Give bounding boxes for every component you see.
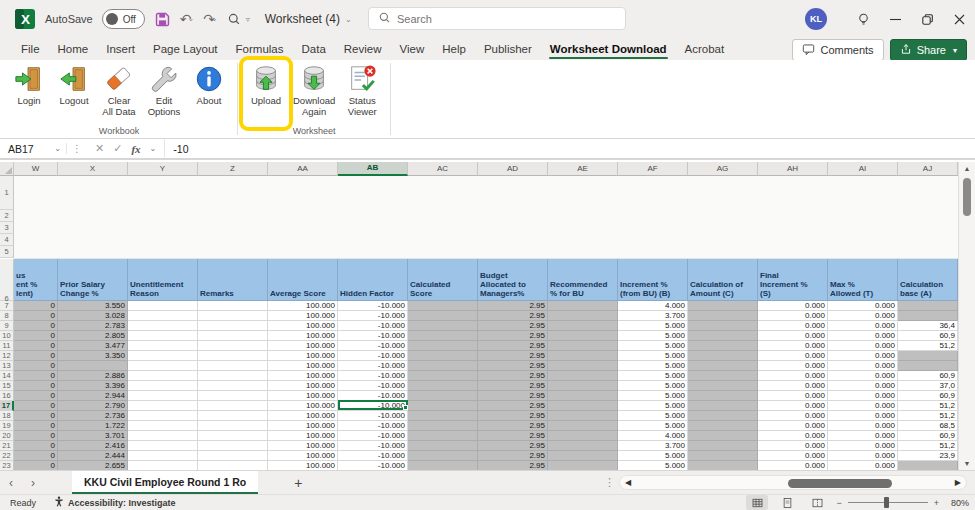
menu-tab-worksheet-download[interactable]: Worksheet Download [541,40,676,58]
edit-options-button[interactable]: Edit Options [143,62,185,125]
view-page-break-button[interactable] [806,495,828,510]
cell-AG7[interactable] [688,301,758,311]
save-icon[interactable] [154,11,171,28]
cell-AB16[interactable]: -10.000 [338,391,408,401]
cell-AI18[interactable]: 0.000 [828,411,898,421]
cell-AC15[interactable] [408,381,478,391]
cell-AH8[interactable]: 0.000 [758,311,828,321]
cell-AD18[interactable]: 2.95 [478,411,548,421]
row-header-12[interactable]: 12 [0,351,14,361]
quick-access-caret-icon[interactable]: ▿ [246,15,250,24]
cell-AC11[interactable] [408,341,478,351]
cell-Z22[interactable] [198,451,268,461]
cell-X10[interactable]: 2.805 [58,331,128,341]
column-title-AC[interactable]: Calculated Score [408,259,478,301]
cell-AH19[interactable]: 0.000 [758,421,828,431]
cell-AH14[interactable]: 0.000 [758,371,828,381]
column-title-Y[interactable]: Unentitlement Reason [128,259,198,301]
cell-AB12[interactable]: -10.000 [338,351,408,361]
cell-AJ14[interactable]: 60,9 [898,371,958,381]
cell-AG18[interactable] [688,411,758,421]
cell-AJ17[interactable]: 51,2 [898,401,958,411]
cell-Z13[interactable] [198,361,268,371]
scroll-down-icon[interactable]: ▼ [959,457,975,470]
cell-AB8[interactable]: -10.000 [338,311,408,321]
cell-AJ9[interactable]: 36,4 [898,321,958,331]
cell-AH13[interactable]: 0.000 [758,361,828,371]
cell-Z21[interactable] [198,441,268,451]
cell-Y7[interactable] [128,301,198,311]
document-title[interactable]: Worksheet (4) [265,12,340,26]
logout-button[interactable]: Logout [53,62,95,125]
cell-AG23[interactable] [688,461,758,470]
cell-AA22[interactable]: 100.000 [268,451,338,461]
cell-AI16[interactable]: 0.000 [828,391,898,401]
cell-AI23[interactable]: 0.000 [828,461,898,470]
redo-icon[interactable]: ↷⌄ [203,12,217,26]
quick-search-icon[interactable] [227,12,241,26]
cell-AC20[interactable] [408,431,478,441]
cell-AJ19[interactable]: 68,5 [898,421,958,431]
cell-W16[interactable]: 0 [14,391,58,401]
cell-X23[interactable]: 2.655 [58,461,128,470]
cell-AC10[interactable] [408,331,478,341]
cell-AI13[interactable]: 0.000 [828,361,898,371]
blank-cells-area[interactable] [14,176,958,259]
cell-AH7[interactable]: 0.000 [758,301,828,311]
cell-AF19[interactable]: 5.000 [618,421,688,431]
vertical-scroll-thumb[interactable] [963,178,971,216]
lightbulb-icon[interactable] [847,0,879,38]
column-title-AG[interactable]: Calculation of Amount (C) [688,259,758,301]
cell-Y10[interactable] [128,331,198,341]
column-header-AJ[interactable]: AJ [898,162,958,176]
cell-AE12[interactable] [548,351,618,361]
cell-AA13[interactable]: 100.000 [268,361,338,371]
cell-AG16[interactable] [688,391,758,401]
cell-AE23[interactable] [548,461,618,470]
cell-AC13[interactable] [408,361,478,371]
cell-AB13[interactable]: -10.000 [338,361,408,371]
menu-tab-insert[interactable]: Insert [97,40,144,58]
row-header-13[interactable]: 13 [0,361,14,371]
sheet-tab-active[interactable]: KKU Civil Employee Round 1 Ro [72,471,258,494]
cell-AA7[interactable]: 100.000 [268,301,338,311]
cell-AF13[interactable]: 5.000 [618,361,688,371]
formula-caret-icon[interactable]: ⌄ [150,144,157,153]
cell-AF17[interactable]: 5.000 [618,401,688,411]
cell-AC7[interactable] [408,301,478,311]
cell-AD9[interactable]: 2.95 [478,321,548,331]
undo-icon[interactable]: ↶⌄ [180,12,194,26]
column-title-AE[interactable]: Recommended % for BU [548,259,618,301]
cell-W19[interactable]: 0 [14,421,58,431]
cell-AH16[interactable]: 0.000 [758,391,828,401]
cell-AE16[interactable] [548,391,618,401]
cell-AF11[interactable]: 5.000 [618,341,688,351]
cell-AD21[interactable]: 2.95 [478,441,548,451]
column-title-Z[interactable]: Remarks [198,259,268,301]
cell-AI8[interactable]: 0.000 [828,311,898,321]
cell-AH20[interactable]: 0.000 [758,431,828,441]
column-header-W[interactable]: W [14,162,58,176]
cell-X21[interactable]: 2.416 [58,441,128,451]
name-box-caret-icon[interactable]: ⌄ [54,144,61,153]
cell-AJ22[interactable]: 23,9 [898,451,958,461]
cell-AE10[interactable] [548,331,618,341]
row-header-6[interactable]: 6 [0,259,14,301]
cell-AI17[interactable]: 0.000 [828,401,898,411]
menu-tab-help[interactable]: Help [433,40,475,58]
cell-Z15[interactable] [198,381,268,391]
horizontal-scrollbar[interactable]: ◀ ▶ [619,475,967,490]
cell-AE11[interactable] [548,341,618,351]
cell-W8[interactable]: 0 [14,311,58,321]
row-header-8[interactable]: 8 [0,311,14,321]
cell-AA9[interactable]: 100.000 [268,321,338,331]
cell-AF20[interactable]: 4.000 [618,431,688,441]
row-header-4[interactable]: 4 [0,234,14,246]
column-header-Z[interactable]: Z [198,162,268,176]
cell-W17[interactable]: 0 [14,401,58,411]
cell-Y22[interactable] [128,451,198,461]
cell-AI19[interactable]: 0.000 [828,421,898,431]
cell-AE17[interactable] [548,401,618,411]
sheet-nav-right-icon[interactable]: › [22,476,44,490]
cell-AB14[interactable]: -10.000 [338,371,408,381]
